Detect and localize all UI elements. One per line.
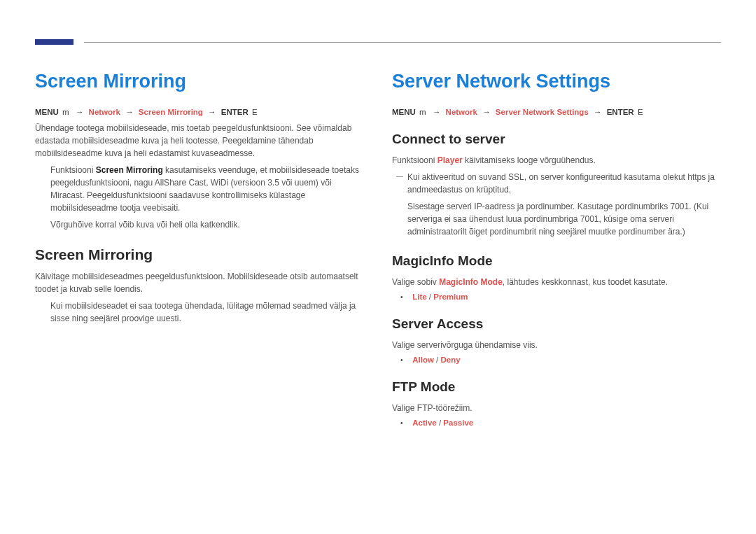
connect-to-server-heading: Connect to server [392,132,721,147]
menu-icon: m [419,108,426,116]
arrow-icon: → [594,108,602,116]
ip-port-note: Sisestage serveri IP-aadress ja pordinum… [392,200,721,238]
https-bold: https [687,172,706,182]
breadcrumb-right: MENU m → Network → Server Network Settin… [392,108,721,116]
ftp-mode-heading: FTP Mode [392,379,721,395]
arrow-icon: → [76,108,84,116]
magicinfo-mode-heading: MagicInfo Mode [392,253,721,269]
connect-bold: Player [438,155,463,165]
nav-screen-mirroring: Screen Mirroring [139,108,203,116]
screen-mirroring-title: Screen Mirroring [35,71,364,92]
breadcrumb-left: MENU m → Network → Screen Mirroring → EN… [35,108,364,116]
option-sep: / [437,419,444,427]
enter-icon: E [252,108,258,116]
mi-bold: MagicInfo Mode [439,277,503,287]
magicinfo-body: Valige sobiv MagicInfo Mode, lähtudes ke… [392,276,721,288]
server-access-heading: Server Access [392,316,721,332]
ftp-options: • Active / Passive [392,419,721,427]
note-network-load: Võrguhõive korral võib kuva või heli oll… [35,218,364,231]
ssl-pre: Kui aktiveeritud on suvand [407,172,508,182]
arrow-icon: → [125,108,134,116]
option-deny: Deny [440,356,460,364]
mi-pre: Valige sobiv [392,277,439,287]
arrow-icon: → [208,108,216,116]
ssl-note: Kui aktiveeritud on suvand SSL, on serve… [392,171,721,196]
menu-label: MENU [35,108,59,116]
bullet-icon: • [400,293,410,301]
bullet-icon: • [400,419,410,427]
note-bold: Screen Mirroring [96,165,163,175]
ssl-mid: , on server konfigureeritud kasutama ole… [524,172,687,182]
option-active: Active [412,419,437,427]
note-mirroring-support: Funktsiooni Screen Mirroring kasutamisek… [35,164,364,214]
server-access-options: • Allow / Deny [392,356,721,364]
option-passive: Passive [443,419,473,427]
connect-body: Funktsiooni Player käivitamiseks looge v… [392,154,721,167]
nav-network: Network [446,108,477,116]
intro-paragraph: Ühendage tootega mobiilsideseade, mis to… [35,122,364,160]
screen-mirroring-subheading: Screen Mirroring [35,246,364,263]
server-network-settings-title: Server Network Settings [392,71,721,92]
bullet-icon: • [400,356,410,364]
enter-icon: E [638,108,643,116]
menu-label: MENU [392,108,416,116]
mi-post: , lähtudes keskkonnast, kus toodet kasut… [503,277,668,287]
nav-network: Network [89,108,120,116]
arrow-icon: → [482,108,491,116]
enter-label: ENTER [607,108,634,116]
option-premium: Premium [433,293,468,301]
sub-note: Kui mobiilsideseadet ei saa tootega ühen… [35,300,364,325]
server-access-body: Valige serverivõrguga ühendamise viis. [392,339,721,351]
menu-icon: m [62,108,69,116]
header-rule [84,42,721,43]
option-lite: Lite [412,293,426,301]
ftp-body: Valige FTP-töörežiim. [392,402,721,414]
main-content: Screen Mirroring MENU m → Network → Scre… [0,43,756,431]
arrow-icon: → [433,108,441,116]
sub-body: Käivitage mobiilsideseadmes peegeldusfun… [35,270,364,295]
connect-pre: Funktsiooni [392,155,438,165]
option-allow: Allow [412,356,434,364]
magicinfo-options: • Lite / Premium [392,293,721,301]
enter-label: ENTER [221,108,248,116]
right-column: Server Network Settings MENU m → Network… [392,71,721,431]
connect-post: käivitamiseks looge võrguühendus. [463,155,596,165]
note-pre: Funktsiooni [50,165,96,175]
left-column: Screen Mirroring MENU m → Network → Scre… [35,71,364,431]
option-sep: / [427,293,434,301]
ssl-bold: SSL [508,172,524,182]
nav-server-network-settings: Server Network Settings [496,108,589,116]
